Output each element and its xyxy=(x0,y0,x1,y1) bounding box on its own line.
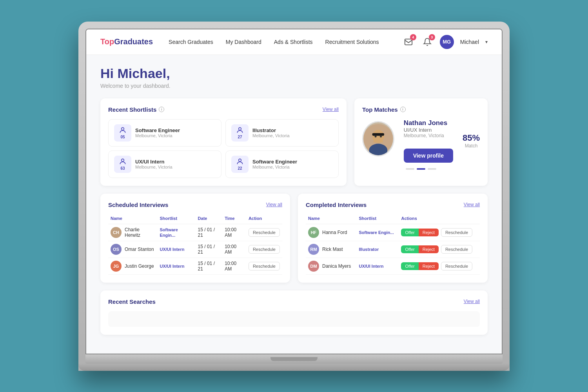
completed-view-all[interactable]: View all xyxy=(464,202,480,207)
reject-btn-1[interactable]: Reject xyxy=(419,245,439,253)
shortlists-view-all[interactable]: View all xyxy=(323,107,339,112)
dot-1[interactable] xyxy=(417,168,425,170)
shortlist-icon-wrap-2: 63 xyxy=(114,156,131,173)
table-row: JG Justin George UX/UI Intern 15 / 01 / … xyxy=(108,258,282,274)
shortlist-count-2: 63 xyxy=(120,166,125,171)
col-name: Name xyxy=(108,214,158,224)
col-time: Time xyxy=(222,214,246,224)
dot-0[interactable] xyxy=(406,168,414,170)
col-shortlist-c: Shortlist xyxy=(356,214,399,224)
reschedule-btn-2[interactable]: Reschedule xyxy=(249,262,280,270)
match-percent: 85% xyxy=(463,133,480,143)
reschedule-btn-c1[interactable]: Reschedule xyxy=(441,245,472,254)
laptop-hinge xyxy=(270,357,318,361)
action-group-0: Offer Reject Reschedule xyxy=(401,228,477,237)
table-row: RM Rick Mast Illustrator Offer xyxy=(306,241,480,258)
main-content: Hi Michael, Welcome to your dashboard. R… xyxy=(86,55,502,354)
scheduled-view-all[interactable]: View all xyxy=(266,202,282,207)
match-avatar xyxy=(362,121,394,156)
dot-2[interactable] xyxy=(428,168,436,170)
offer-reject-2: Offer Reject xyxy=(401,262,438,270)
shortlist-item-2[interactable]: 63 UX/UI Intern Melbourne, Victoria xyxy=(108,151,221,178)
person-name-cell: JG Justin George xyxy=(108,258,158,274)
top-matches-info-icon[interactable]: i xyxy=(400,107,406,112)
person-icon-2 xyxy=(119,158,127,165)
col-action: Action xyxy=(246,214,282,224)
nav-links: Search Graduates My Dashboard Ads & Shor… xyxy=(169,39,402,45)
user-avatar[interactable]: MG xyxy=(440,35,454,49)
match-percent-label: Match xyxy=(463,143,480,149)
shortlist-role-0: Software Engineer xyxy=(135,127,180,133)
recent-searches-view-all[interactable]: View all xyxy=(464,299,480,304)
reschedule-btn-c0[interactable]: Reschedule xyxy=(441,228,472,237)
shortlist-count-1: 27 xyxy=(238,135,242,139)
shortlist-item-3[interactable]: 22 Software Engineer Melbourne, Victoria xyxy=(225,151,339,178)
match-name: Nathan Jones xyxy=(404,119,447,127)
shortlist-role-3: Software Engineer xyxy=(252,159,297,165)
shortlist-location-1: Melbourne, Victoria xyxy=(252,133,290,138)
laptop-bottom xyxy=(78,364,510,371)
shortlist-count-0: 05 xyxy=(120,135,125,139)
top-matches-title: Top Matches i xyxy=(362,106,406,113)
shortlist-grid: 05 Software Engineer Melbourne, Victoria xyxy=(108,119,339,178)
shortlist-item-1[interactable]: 27 Illustrator Melbourne, Victoria xyxy=(225,119,339,147)
reschedule-btn-0[interactable]: Reschedule xyxy=(249,228,280,237)
completed-interviews-card: Completed Interviews View all Name Short… xyxy=(298,194,488,283)
scheduled-header: Scheduled Interviews View all xyxy=(108,201,282,208)
col-shortlist: Shortlist xyxy=(158,214,196,224)
laptop-frame: TopGraduates Search Graduates My Dashboa… xyxy=(78,22,510,371)
top-matches-card: Top Matches i xyxy=(354,98,488,186)
shortlist-item-0[interactable]: 05 Software Engineer Melbourne, Victoria xyxy=(108,119,221,147)
completed-header-row: Name Shortlist Actions xyxy=(306,214,480,224)
shortlist-icon-wrap-0: 05 xyxy=(114,124,131,142)
table-row: CH Charlie Herwitz Software Engin... 15 … xyxy=(108,224,282,241)
nav-search-graduates[interactable]: Search Graduates xyxy=(169,39,213,45)
user-name[interactable]: Michael xyxy=(460,39,479,45)
shortlist-location-3: Melbourne, Victoria xyxy=(252,165,297,169)
person-thumb-c0: HF xyxy=(308,227,319,238)
recent-searches-card: Recent Searches View all xyxy=(100,290,488,335)
greeting-subtitle: Welcome to your dashboard. xyxy=(100,83,488,89)
reject-btn-2[interactable]: Reject xyxy=(419,262,439,270)
person-icon-3 xyxy=(236,158,244,165)
completed-title: Completed Interviews xyxy=(306,201,367,208)
shortlists-header: Recent Shortlists i View all xyxy=(108,106,339,113)
mail-button[interactable]: 4 xyxy=(402,36,415,48)
person-name-cell: OS Omar Stanton xyxy=(108,241,158,258)
scheduled-header-row: Name Shortlist Date Time Action xyxy=(108,214,282,224)
chevron-down-icon[interactable]: ▾ xyxy=(485,39,488,45)
nav-recruitment-solutions[interactable]: Recruitment Solutions xyxy=(325,39,379,45)
offer-btn-1[interactable]: Offer xyxy=(401,245,418,253)
reschedule-btn-1[interactable]: Reschedule xyxy=(249,245,280,254)
top-matches-header: Top Matches i xyxy=(362,106,480,113)
nav-actions: 4 3 MG Michael ▾ xyxy=(402,35,488,49)
shortlists-info-icon[interactable]: i xyxy=(159,107,164,112)
person-thumb-0: CH xyxy=(111,227,122,238)
logo-graduates: Graduates xyxy=(114,37,153,46)
svg-point-11 xyxy=(380,136,382,138)
shortlist-count-3: 22 xyxy=(238,166,242,171)
offer-reject-1: Offer Reject xyxy=(401,245,438,253)
shortlists-title: Recent Shortlists i xyxy=(108,106,164,113)
action-group-1: Offer Reject Reschedule xyxy=(401,245,477,254)
scheduled-title: Scheduled Interviews xyxy=(108,201,168,208)
reject-btn-0[interactable]: Reject xyxy=(419,229,439,236)
offer-btn-2[interactable]: Offer xyxy=(401,262,418,270)
mail-badge: 4 xyxy=(410,34,416,40)
interviews-grid: Scheduled Interviews View all Name Short… xyxy=(100,194,488,283)
offer-btn-0[interactable]: Offer xyxy=(401,229,418,236)
reschedule-btn-c2[interactable]: Reschedule xyxy=(441,262,472,270)
match-role: UI/UX Intern xyxy=(404,127,447,133)
recent-shortlists-card: Recent Shortlists i View all xyxy=(100,98,347,186)
bell-button[interactable]: 3 xyxy=(421,36,434,48)
completed-table: Name Shortlist Actions HF xyxy=(306,214,480,275)
greeting-title: Hi Michael, xyxy=(100,66,488,81)
nav-my-dashboard[interactable]: My Dashboard xyxy=(226,39,261,45)
shortlist-info-0: Software Engineer Melbourne, Victoria xyxy=(135,127,180,138)
bell-badge: 3 xyxy=(429,34,435,40)
nav-ads-shortlists[interactable]: Ads & Shortlists xyxy=(274,39,313,45)
match-text: Nathan Jones UI/UX Intern Melbourne, Vic… xyxy=(404,119,447,142)
col-date: Date xyxy=(196,214,223,224)
offer-reject-0: Offer Reject xyxy=(401,229,438,236)
view-profile-button[interactable]: View profile xyxy=(404,149,453,163)
